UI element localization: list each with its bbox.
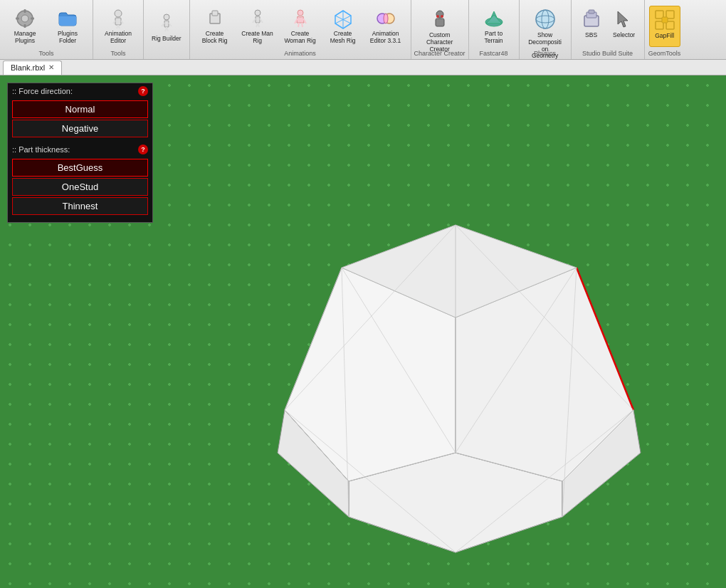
- character-creator-group-label: Character Creator: [414, 50, 465, 59]
- toolbar-group-tools: Manage Plugins Plugins Folder Tools: [0, 0, 93, 59]
- svg-point-37: [384, 14, 388, 23]
- create-woman-rig-button[interactable]: Create Woman Rig: [280, 6, 321, 47]
- svg-rect-39: [436, 19, 444, 26]
- animation-editor-331-icon: [374, 8, 397, 29]
- plugins-folder-icon: [56, 8, 79, 29]
- part-to-terrain-button[interactable]: Part to Terrain: [473, 6, 515, 47]
- svg-rect-50: [589, 10, 594, 14]
- svg-line-22: [253, 19, 256, 23]
- rig-builder-label: Rig Builder: [152, 36, 182, 43]
- manage-plugins-button[interactable]: Manage Plugins: [4, 6, 46, 47]
- svg-rect-4: [16, 18, 19, 20]
- svg-line-25: [258, 23, 259, 27]
- svg-rect-13: [164, 21, 169, 27]
- svg-line-15: [169, 23, 172, 26]
- custom-character-creator-icon: [428, 8, 451, 31]
- animation-editor-331-label: Animation Editor 3.3.1: [369, 31, 403, 45]
- sbs-button[interactable]: SBS: [576, 6, 607, 47]
- toolbar: Manage Plugins Plugins Folder Tools: [0, 0, 726, 60]
- create-mesh-rig-label: Create Mesh Rig: [326, 31, 360, 45]
- create-woman-rig-icon: [289, 8, 312, 29]
- rig-builder-icon: [155, 11, 178, 34]
- toolbar-group-geomtools: GapFill GeomTools: [645, 0, 685, 59]
- side-panel: :: Force direction: ? Normal Negative ::…: [7, 83, 153, 223]
- show-decomposition-button[interactable]: Show Decomposition Geometry: [524, 6, 567, 47]
- create-block-rig-button[interactable]: Create Block Rig: [194, 6, 236, 47]
- rig-builder-button[interactable]: Rig Builder: [148, 9, 185, 51]
- create-mesh-rig-icon: [332, 8, 354, 29]
- create-man-rig-icon: [246, 8, 269, 29]
- svg-rect-21: [256, 16, 260, 23]
- create-block-rig-icon: [204, 8, 226, 29]
- svg-point-6: [115, 10, 122, 17]
- tab-label: Blank.rbxl: [11, 63, 45, 72]
- svg-line-23: [260, 19, 263, 23]
- svg-point-41: [441, 15, 443, 18]
- plugins-folder-button[interactable]: Plugins Folder: [47, 6, 88, 47]
- custom-character-creator-button[interactable]: Custom Character Creator: [419, 6, 461, 47]
- fastcar-group-label: Fastcar48: [480, 50, 508, 59]
- sbs-icon: [580, 8, 603, 31]
- tab-blank-rbxl[interactable]: Blank.rbxl ✕: [3, 61, 62, 75]
- toolbar-group-sbs: SBS Selector Studio Build Suite: [572, 0, 645, 59]
- selector-button[interactable]: Selector: [609, 6, 640, 47]
- svg-rect-2: [24, 9, 26, 13]
- viewport: :: Force direction: ? Normal Negative ::…: [0, 75, 726, 588]
- svg-line-29: [298, 23, 299, 27]
- sbs-group-label: Studio Build Suite: [582, 50, 633, 59]
- toolbar-group-character: Custom Character Creator Character Creat…: [411, 0, 469, 59]
- thinnest-button[interactable]: Thinnest: [12, 197, 148, 215]
- physics-group-label: Physics: [534, 50, 556, 59]
- svg-line-14: [162, 23, 164, 26]
- force-direction-help[interactable]: ?: [138, 86, 148, 96]
- manage-plugins-label: Manage Plugins: [8, 31, 42, 45]
- svg-point-20: [255, 10, 261, 16]
- svg-rect-3: [24, 24, 26, 28]
- create-block-rig-label: Create Block Rig: [198, 31, 232, 45]
- svg-point-12: [164, 14, 169, 20]
- create-man-rig-label: Create Man Rig: [241, 31, 275, 45]
- normal-button[interactable]: Normal: [12, 100, 148, 118]
- svg-line-30: [302, 23, 302, 27]
- gapfill-icon: [653, 9, 676, 31]
- svg-point-1: [21, 15, 28, 22]
- part-thickness-help[interactable]: ?: [138, 145, 148, 154]
- gapfill-button[interactable]: GapFill: [649, 6, 680, 47]
- animation-editor-label: Animation Editor: [101, 31, 135, 45]
- show-decomposition-icon: [534, 8, 557, 31]
- plugins-folder-label: Plugins Folder: [51, 31, 85, 45]
- part-to-terrain-icon: [483, 8, 505, 29]
- sbs-label: SBS: [585, 32, 597, 39]
- svg-point-26: [298, 10, 303, 16]
- onestud-button[interactable]: OneStud: [12, 178, 148, 196]
- create-woman-rig-label: Create Woman Rig: [283, 31, 317, 45]
- toolbar-group-fastcar: Part to Terrain Fastcar48: [469, 0, 520, 59]
- part-thickness-title: :: Part thickness: ?: [8, 142, 152, 157]
- tools-group-label: Tools: [38, 50, 53, 59]
- svg-rect-7: [115, 18, 121, 25]
- toolbar-group-animations: Create Block Rig Create Man Rig: [190, 0, 411, 59]
- svg-line-11: [118, 25, 120, 28]
- svg-rect-56: [662, 17, 668, 23]
- negative-button[interactable]: Negative: [12, 120, 148, 137]
- shape-container: [249, 211, 662, 581]
- animation-editor-button[interactable]: Animation Editor: [98, 6, 139, 47]
- svg-rect-5: [31, 18, 34, 20]
- animation-editor-331-button[interactable]: Animation Editor 3.3.1: [365, 6, 406, 47]
- animation-editor-icon: [107, 8, 130, 29]
- svg-point-45: [536, 10, 554, 28]
- gapfill-label: GapFill: [655, 33, 674, 40]
- create-man-rig-button[interactable]: Create Man Rig: [237, 6, 278, 47]
- animations-group-label: Animations: [284, 50, 316, 59]
- svg-point-40: [436, 15, 439, 18]
- geomtools-group-label: GeomTools: [648, 50, 681, 59]
- tab-close-button[interactable]: ✕: [48, 64, 54, 71]
- create-mesh-rig-button[interactable]: Create Mesh Rig: [322, 6, 364, 47]
- svg-rect-19: [212, 11, 218, 16]
- tabbar: Blank.rbxl ✕: [0, 60, 726, 75]
- toolbar-group-rig: Rig Builder: [144, 0, 190, 59]
- toolbar-group-animation: Animation Editor Tools: [93, 0, 144, 59]
- bestguess-button[interactable]: BestGuess: [12, 159, 148, 177]
- part-to-terrain-label: Part to Terrain: [477, 31, 511, 45]
- shape-svg: [249, 211, 662, 581]
